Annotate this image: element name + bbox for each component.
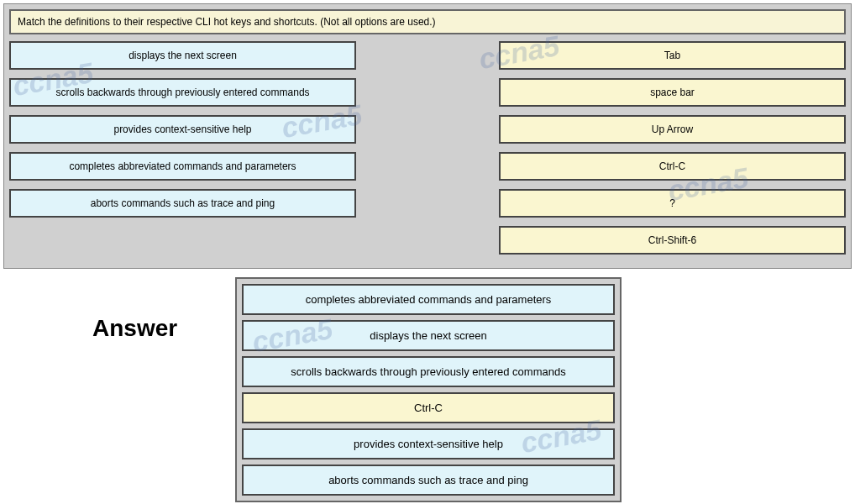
definitions-column: displays the next screen scrolls backwar… — [9, 41, 356, 263]
answer-item: scrolls backwards through previously ent… — [242, 356, 615, 387]
answer-item: completes abbreviated commands and param… — [242, 284, 615, 315]
answer-section: Answer completes abbreviated commands an… — [0, 277, 855, 502]
definition-item[interactable]: aborts commands such as trace and ping — [9, 189, 356, 218]
shortcut-item[interactable]: Ctrl-Shift-6 — [499, 226, 846, 255]
answer-list: completes abbreviated commands and param… — [235, 277, 622, 502]
definition-item[interactable]: scrolls backwards through previously ent… — [9, 78, 356, 107]
shortcuts-column: Tab space bar Up Arrow Ctrl-C ? Ctrl-Shi… — [499, 41, 846, 263]
definition-item[interactable]: provides context-sensitive help — [9, 115, 356, 144]
definition-item[interactable]: displays the next screen — [9, 41, 356, 70]
answer-item: aborts commands such as trace and ping — [242, 465, 615, 496]
question-header: Match the definitions to their respectiv… — [9, 9, 846, 34]
answer-item: Ctrl-C — [242, 392, 615, 423]
match-columns: displays the next screen scrolls backwar… — [9, 41, 846, 263]
answer-item: provides context-sensitive help — [242, 428, 615, 459]
shortcut-item[interactable]: space bar — [499, 78, 846, 107]
question-area: Match the definitions to their respectiv… — [3, 3, 852, 269]
answer-heading: Answer — [92, 315, 235, 342]
shortcut-item[interactable]: Ctrl-C — [499, 152, 846, 181]
answer-item: displays the next screen — [242, 320, 615, 351]
shortcut-item[interactable]: Up Arrow — [499, 115, 846, 144]
shortcut-item[interactable]: ? — [499, 189, 846, 218]
definition-item[interactable]: completes abbreviated commands and param… — [9, 152, 356, 181]
shortcut-item[interactable]: Tab — [499, 41, 846, 70]
